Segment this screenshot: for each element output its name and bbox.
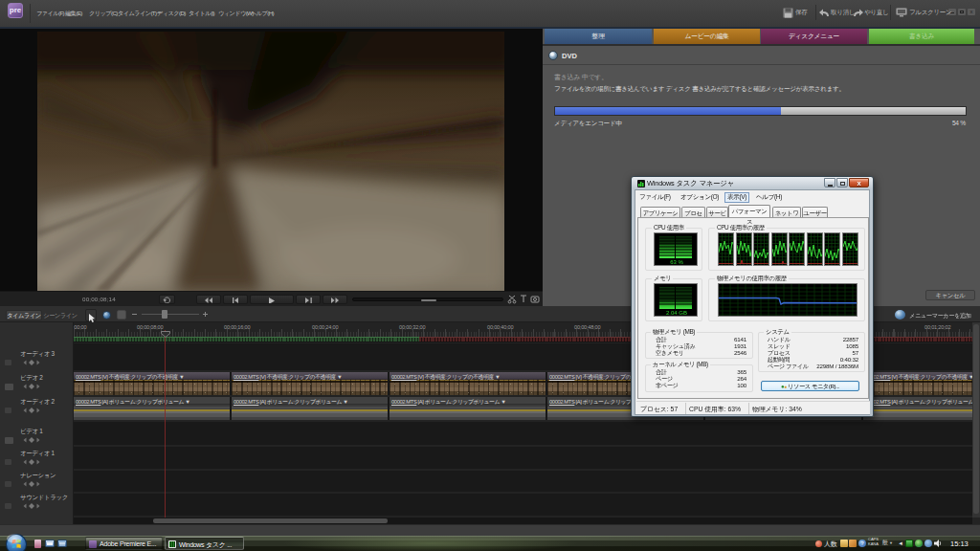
svg-text:63 %: 63 %: [670, 259, 683, 265]
svg-text:2.04 GB: 2.04 GB: [666, 310, 687, 316]
